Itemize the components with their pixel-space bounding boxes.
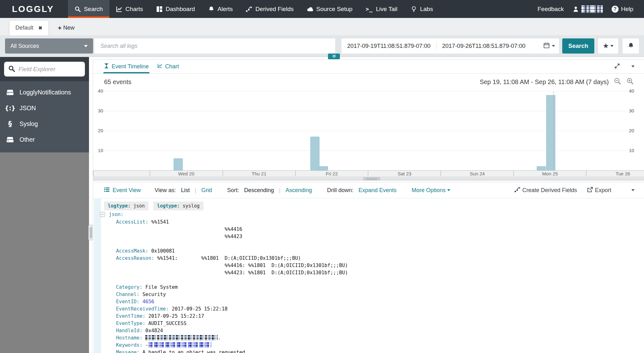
sidebar-item-label: Syslog: [19, 120, 38, 128]
logtype-badge[interactable]: logtype: json: [104, 202, 148, 210]
search-icon: [75, 6, 81, 12]
tab-event-timeline[interactable]: Event Timeline: [104, 60, 149, 73]
feedback-link[interactable]: Feedback: [537, 6, 564, 13]
search-input[interactable]: [94, 38, 335, 54]
collapse-search-bar-button[interactable]: [328, 54, 340, 59]
tab-default[interactable]: Default ✖: [9, 20, 48, 35]
x-axis-label: Wed 20: [150, 171, 223, 176]
log-line: EventType: AUDIT_SUCCESS: [116, 320, 348, 327]
top-nav: LOGGLY Search Charts Dashboard Alerts: [0, 0, 644, 18]
nav-item-search[interactable]: Search: [68, 0, 109, 18]
redacted-value: [148, 342, 211, 348]
log-key[interactable]: HandleId:: [116, 328, 145, 333]
source-setup-icon: [307, 6, 313, 12]
log-value: Security: [142, 292, 166, 297]
nav-item-derived-fields[interactable]: Derived Fields: [239, 0, 300, 18]
timeline-scrollbar[interactable]: [93, 177, 644, 181]
nav-item-dashboard[interactable]: Dashboard: [150, 0, 202, 18]
new-tab-button[interactable]: + New: [58, 20, 75, 35]
sidebar-item-logglynotifications[interactable]: LogglyNotifications: [0, 84, 89, 100]
y-tick-label: 10: [94, 148, 103, 153]
nav-item-labs[interactable]: Labs: [404, 0, 440, 18]
user-menu[interactable]: [573, 5, 603, 13]
help-menu[interactable]: ? Help: [612, 6, 633, 13]
alerts-bell-button[interactable]: [623, 38, 639, 54]
nav-item-charts[interactable]: Charts: [109, 0, 150, 18]
loggly-logo[interactable]: LOGGLY: [0, 0, 68, 18]
timeline-scrollbar-handle[interactable]: [364, 177, 380, 181]
more-options-menu[interactable]: More Options: [412, 187, 450, 194]
log-key[interactable]: EventID:: [116, 299, 142, 305]
x-axis-label: Fri 22: [295, 171, 368, 176]
log-key[interactable]: Hostname:: [116, 335, 145, 341]
log-key[interactable]: EventType:: [116, 321, 148, 326]
log-key[interactable]: Category:: [116, 284, 145, 290]
log-key[interactable]: Keywords:: [116, 342, 145, 348]
chart-bar[interactable]: [319, 166, 328, 170]
logtype-badge[interactable]: logtype: syslog: [153, 202, 203, 210]
calendar-picker[interactable]: [543, 42, 559, 50]
sidebar-item-other[interactable]: Other: [0, 132, 89, 147]
drive-icon: [6, 136, 14, 143]
expand-panel-icon[interactable]: [614, 63, 620, 70]
sort-ascending[interactable]: Ascending: [286, 187, 312, 194]
all-sources-dropdown[interactable]: All Sources: [5, 38, 93, 54]
chevron-down-icon[interactable]: [631, 189, 635, 191]
event-view-title[interactable]: Event View: [104, 187, 141, 194]
tab-chart[interactable]: Chart: [158, 60, 179, 73]
saved-searches-button[interactable]: ★: [598, 38, 618, 54]
nav-item-live-tail[interactable]: >_ Live Tail: [359, 0, 404, 18]
close-icon[interactable]: ✖: [38, 25, 42, 31]
tab-label: Default: [15, 25, 33, 31]
field-explorer-input[interactable]: [19, 66, 81, 73]
log-line: %%4423: [116, 233, 348, 240]
view-as-list[interactable]: List: [181, 187, 190, 194]
event-view-toolbar: Event View View as: List | Grid Sort: De…: [93, 182, 644, 198]
log-key[interactable]: EventReceivedTime:: [116, 306, 172, 312]
sidebar-item-json[interactable]: {:} JSON: [0, 100, 89, 116]
drive-icon: [6, 89, 14, 96]
derived-fields-icon: [246, 6, 252, 12]
log-value: AUDIT_SUCCESS: [148, 321, 186, 326]
zoom-out-icon[interactable]: [614, 77, 621, 87]
zoom-in-icon[interactable]: [626, 77, 634, 87]
nav-item-label: Alerts: [218, 6, 233, 13]
chart-bar[interactable]: [310, 137, 319, 170]
sort-descending[interactable]: Descending: [244, 187, 274, 194]
chevron-double-down-icon: [332, 54, 336, 59]
create-derived-fields-button[interactable]: Create Derived Fields: [514, 187, 577, 194]
log-key[interactable]: AccessReason:: [116, 255, 157, 261]
sort-label: Sort:: [227, 187, 239, 194]
log-line: %%4416: %%1801 D:(A;OICIID;0x1301bf;;;BU…: [116, 262, 348, 269]
export-button[interactable]: Export: [587, 187, 611, 194]
chart-bar[interactable]: [546, 95, 555, 170]
sidebar-empty-area: [0, 152, 89, 353]
syslog-icon: §: [6, 120, 14, 128]
expand-events-link[interactable]: Expand Events: [358, 187, 397, 194]
nav-item-source-setup[interactable]: Source Setup: [300, 0, 359, 18]
collapse-icon[interactable]: −: [100, 212, 105, 217]
log-value: %%4416: [116, 226, 242, 232]
sidebar-item-syslog[interactable]: § Syslog: [0, 116, 89, 132]
log-key[interactable]: AccessList:: [116, 219, 151, 225]
chart-cursor-line: [553, 91, 554, 170]
date-to-field[interactable]: 2017-09-26T11:08:51.879-07:00: [436, 43, 531, 49]
chart-bar[interactable]: [174, 158, 183, 170]
log-key[interactable]: Message:: [116, 350, 142, 353]
redacted-value: [145, 335, 218, 340]
chevron-down-icon[interactable]: [631, 65, 635, 67]
chart-bar[interactable]: [537, 166, 546, 170]
view-as-grid[interactable]: Grid: [201, 187, 212, 194]
timeline-header: Event Timeline Chart: [93, 60, 644, 74]
date-from-field[interactable]: 2017-09-19T11:08:51.879-07:00: [341, 43, 436, 49]
date-range-label: Sep 19, 11:08 AM - Sep 26, 11:08 AM (7 d…: [480, 78, 609, 86]
x-axis-label: Sun 24: [441, 171, 514, 176]
log-key[interactable]: AccessMask:: [116, 248, 151, 254]
nav-item-alerts[interactable]: Alerts: [202, 0, 240, 18]
search-button[interactable]: Search: [562, 38, 594, 54]
log-key[interactable]: EventTime:: [116, 313, 148, 319]
user-icon: [573, 6, 579, 12]
event-row-gutter[interactable]: [94, 199, 101, 353]
log-key[interactable]: Channel:: [116, 292, 142, 297]
sidebar-resize-handle[interactable]: [88, 225, 93, 240]
